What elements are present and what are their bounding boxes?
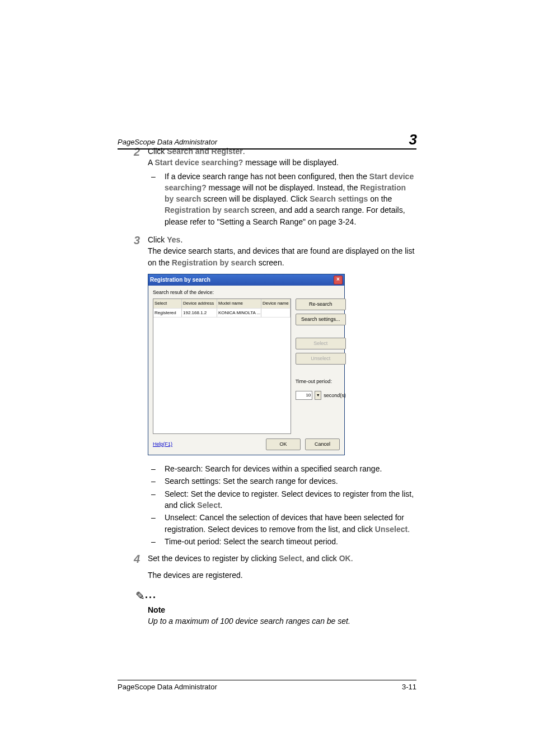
footer-title: PageScope Data Administrator xyxy=(118,683,217,691)
note-title: Note xyxy=(148,604,416,615)
header-title: PageScope Data Administrator xyxy=(118,138,217,146)
desc-unselect: –Unselect: Cancel the selection of devic… xyxy=(148,512,416,535)
timeout-select[interactable]: 10 ▼ second(s) xyxy=(296,391,346,400)
desc-timeout: –Time-out period: Select the search time… xyxy=(148,536,416,547)
document-page: PageScope Data Administrator 3 2 Click S… xyxy=(0,0,534,756)
note-icon: ✎ xyxy=(135,590,145,602)
cancel-button[interactable]: Cancel xyxy=(305,438,340,450)
close-icon[interactable]: × xyxy=(334,276,343,284)
step-4: 4 Set the devices to register by clickin… xyxy=(118,553,416,581)
desc-search-settings: –Search settings: Set the search range f… xyxy=(148,475,416,487)
col-name: Device name xyxy=(261,299,291,308)
dialog-title: Registration by search xyxy=(150,276,210,284)
desc-select: –Select: Set the device to register. Sel… xyxy=(148,488,416,511)
col-model: Model name xyxy=(217,299,261,308)
note-text: Up to a maximum of 100 device search ran… xyxy=(148,615,416,627)
step-2-line-2: A Start device searching? message will b… xyxy=(148,157,416,168)
col-address: Device address xyxy=(182,299,217,308)
step-3-line-2: The device search starts, and devices th… xyxy=(148,245,416,268)
ui-ref-start-device-searching: Start device searching? xyxy=(154,158,243,167)
help-link[interactable]: Help(F1) xyxy=(153,441,172,448)
col-select: Select xyxy=(153,299,182,308)
step-2-note: – If a device search range has not been … xyxy=(148,171,416,227)
step-number: 4 xyxy=(118,553,148,565)
ok-button[interactable]: OK xyxy=(266,438,301,450)
ui-ref-yes: Yes xyxy=(167,235,180,244)
chevron-down-icon[interactable]: ▼ xyxy=(315,391,321,400)
page-number: 3-11 xyxy=(402,683,416,691)
search-settings-button[interactable]: Search settings... xyxy=(296,314,346,325)
device-grid[interactable]: Select Device address Model name Device … xyxy=(153,298,291,434)
registration-by-search-dialog: Registration by search × Search result o… xyxy=(148,274,345,455)
select-button[interactable]: Select xyxy=(296,338,346,349)
chapter-number: 3 xyxy=(409,131,416,148)
table-row[interactable]: Registered 192.168.1.2 KONICA MINOLTA ..… xyxy=(153,309,291,318)
timeout-label: Time-out period: xyxy=(296,378,346,385)
page-footer: PageScope Data Administrator 3-11 xyxy=(118,680,416,691)
step-3: 3 Click Yes. The device search starts, a… xyxy=(118,234,416,268)
desc-re-search: –Re-search: Search for devices within a … xyxy=(148,463,416,474)
grid-header: Select Device address Model name Device … xyxy=(153,299,291,309)
step-4-line-1: Set the devices to register by clicking … xyxy=(148,553,416,564)
page-header: PageScope Data Administrator 3 xyxy=(118,129,416,150)
step-4-line-2: The devices are registered. xyxy=(148,570,416,581)
search-result-label: Search result of the device: xyxy=(153,289,340,296)
step-number: 3 xyxy=(118,234,148,246)
step-3-line-1: Click Yes. xyxy=(148,234,416,245)
dialog-titlebar: Registration by search × xyxy=(148,274,344,286)
step-2: 2 Click Search and Register. A Start dev… xyxy=(118,146,416,228)
unselect-button[interactable]: Unselect xyxy=(296,353,346,365)
note-block: ✎... Note Up to a maximum of 100 device … xyxy=(118,588,416,627)
re-search-button[interactable]: Re-search xyxy=(296,298,346,310)
